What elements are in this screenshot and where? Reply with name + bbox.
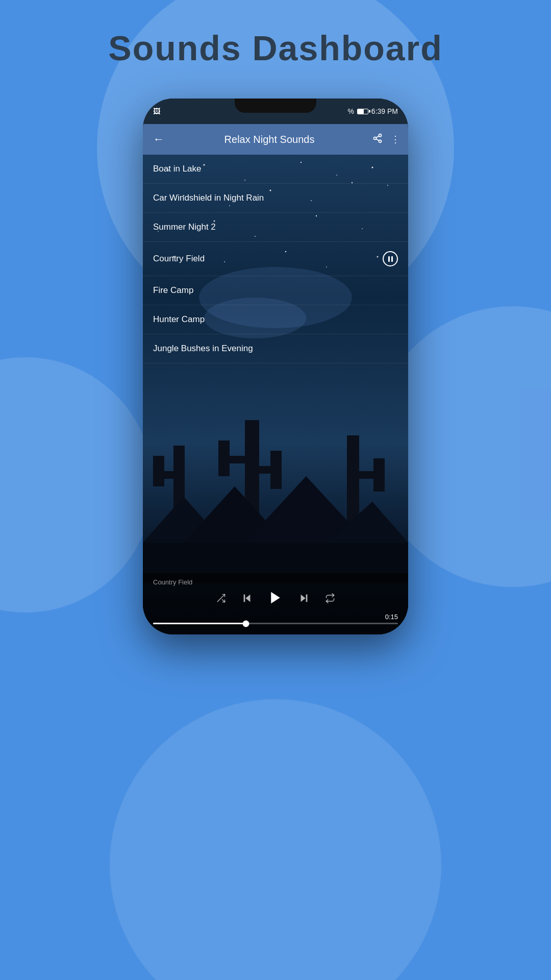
shuffle-button[interactable]	[216, 593, 226, 606]
progress-fill	[153, 623, 246, 624]
time-display: 6:39 PM	[371, 107, 398, 115]
battery-percent: %	[347, 107, 354, 115]
svg-marker-50	[301, 595, 306, 602]
bg-circle-left	[0, 357, 153, 612]
song-name: Fire Camp	[153, 285, 193, 296]
bg-circle-bottom	[110, 699, 441, 980]
battery-icon	[357, 109, 368, 114]
list-item[interactable]: Country Field	[143, 242, 408, 276]
play-button[interactable]	[268, 590, 283, 609]
list-item[interactable]: Car Windshield in Night Rain	[143, 184, 408, 213]
song-name: Summer Night 2	[153, 222, 216, 232]
song-name: Hunter Camp	[153, 314, 205, 325]
phone-frame: 🖼 % 6:39 PM ← Relax Night Sounds	[143, 99, 408, 634]
player-controls	[153, 590, 398, 609]
list-item[interactable]: Boat in Lake	[143, 155, 408, 184]
time-display: 0:15	[153, 613, 398, 621]
previous-button[interactable]	[241, 593, 253, 606]
pause-button[interactable]	[383, 251, 398, 266]
app-bar-actions: ⋮	[372, 133, 400, 146]
player-track-name: Country Field	[153, 578, 398, 586]
svg-rect-51	[306, 595, 308, 602]
phone-screen: Boat in Lake Car Windshield in Night Rai…	[143, 155, 408, 634]
app-bar: ← Relax Night Sounds ⋮	[143, 124, 408, 155]
svg-line-4	[376, 136, 379, 137]
song-name: Jungle Bushes in Evening	[153, 344, 253, 354]
pause-bar-left	[388, 256, 390, 262]
pause-bar-right	[391, 256, 393, 262]
svg-marker-49	[271, 592, 280, 604]
page-title: Sounds Dashboard	[108, 28, 442, 68]
battery-fill	[358, 109, 364, 114]
song-name: Boat in Lake	[153, 164, 202, 174]
back-button[interactable]: ←	[151, 131, 166, 148]
svg-line-3	[376, 139, 379, 140]
song-list: Boat in Lake Car Windshield in Night Rai…	[143, 155, 408, 573]
list-item[interactable]: Summer Night 2	[143, 213, 408, 242]
bottom-player: Country Field	[143, 573, 408, 634]
song-name: Car Windshield in Night Rain	[153, 193, 264, 203]
svg-rect-48	[244, 595, 245, 602]
more-options-button[interactable]: ⋮	[391, 134, 400, 145]
song-name: Country Field	[153, 254, 205, 264]
list-item[interactable]: Hunter Camp	[143, 305, 408, 334]
progress-thumb[interactable]	[243, 620, 249, 627]
status-right: % 6:39 PM	[347, 107, 398, 115]
svg-marker-47	[245, 595, 250, 602]
phone-notch	[235, 99, 316, 113]
app-bar-title: Relax Night Sounds	[172, 134, 366, 145]
list-item[interactable]: Fire Camp	[143, 276, 408, 305]
repeat-button[interactable]	[325, 593, 335, 606]
status-left: 🖼	[153, 107, 160, 115]
list-item[interactable]: Jungle Bushes in Evening	[143, 334, 408, 363]
signal-icon: 🖼	[153, 107, 160, 115]
progress-bar[interactable]	[153, 623, 398, 624]
next-button[interactable]	[298, 593, 310, 606]
share-button[interactable]	[372, 133, 383, 146]
